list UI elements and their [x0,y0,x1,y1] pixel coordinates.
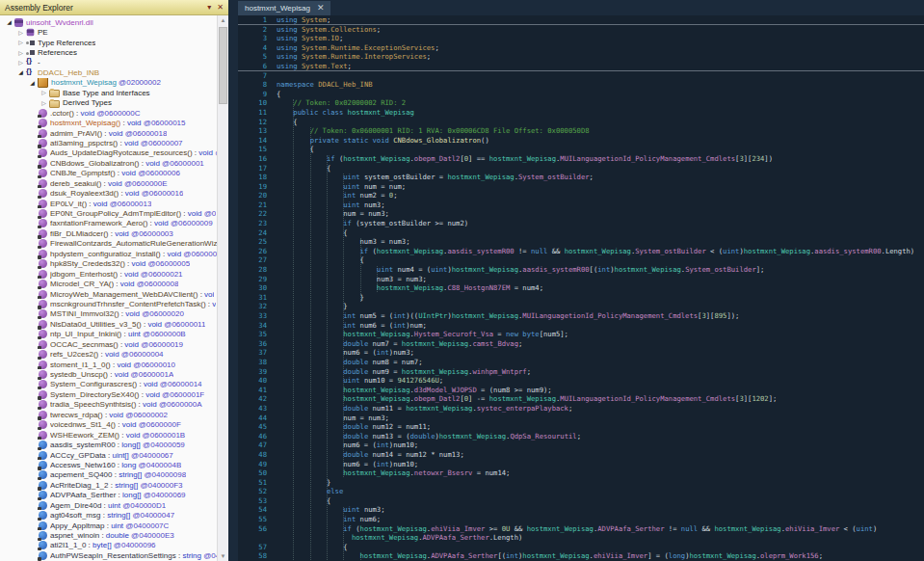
tree-item[interactable]: ati3aming_pspctrs() : void @06000007 [0,138,228,147]
tree-item[interactable]: refs_U2ces2() : void @06000004 [0,349,228,359]
tree-item[interactable]: AcRriteDiag_1_2 : string[] @040000F3 [0,480,228,490]
expand-icon[interactable]: ▷ [15,48,26,58]
scrollbar-thumb[interactable] [219,27,227,104]
expand-icon[interactable]: ▷ [39,88,49,97]
tree-item[interactable]: ntp_UI_Input_Inkini() : uint @0600000B [0,330,228,339]
tree-item[interactable]: fiBr_DLMiadcer() : void @06000003 [0,228,228,238]
expand-icon[interactable]: ▷ [15,58,26,67]
tree-item[interactable]: ▷- [0,58,228,67]
tree-item[interactable]: Agem_Dire40d : uint @040000D1 [0,500,228,510]
method-icon [39,300,47,308]
tree-item[interactable]: admim_PrAVI() : void @06000018 [0,128,228,138]
tree-item[interactable]: dsuk_Royaleext3d() : void @06000016 [0,188,228,198]
tree-item[interactable]: stoment_I1_1_0() : void @06000010 [0,360,228,369]
code-line: 43 double num11 = hostmxnt_Wepisag.syste… [238,404,924,414]
tab-hostmxnt-wepisag[interactable]: hostmxnt_Wepisag ✕ [238,1,330,15]
tree-item[interactable]: MSTINI_Immvol32() : void @06000020 [0,309,228,319]
tree-item[interactable]: ▷Type References [0,38,228,47]
tree-item[interactable]: jdbgom_Enterhost() : void @06000021 [0,269,228,279]
tree-item-label: dereb_seakui() : void @0600000E [50,179,168,188]
collapse-icon[interactable]: ◢ [27,78,38,88]
tree-item[interactable]: acpement_SQ400 : string[] @04000098 [0,470,228,480]
tree-item[interactable]: Microdel_CR_YA() : void @06000008 [0,279,228,288]
code-text: uint num3; [277,505,385,515]
tree-item[interactable]: twrecws_rdpa() : void @06000002 [0,410,228,419]
method-icon [39,148,47,157]
tree-item[interactable]: dereb_seakui() : void @0600000E [0,178,228,188]
line-number: 8 [238,80,277,90]
tab-close-icon[interactable]: ✕ [317,4,325,13]
code-view[interactable]: 1using System;2using System.Collections;… [238,15,924,561]
tree-item[interactable]: ◢DDACL_Heb_INB [0,67,228,77]
tree-item[interactable]: systedb_Unscp() : void @0600001A [0,369,228,379]
code-line: 54 uint num3; [238,505,924,515]
code-line: 42 hostmxnt_Wepisag.obepm_Datl2[0] -= ho… [238,394,924,404]
window-position-icon[interactable]: ▾ [207,4,211,12]
panel-titlebar[interactable]: Assembly Explorer ▾ ✕ [0,0,228,15]
tree-item[interactable]: AuthPWSeapIn_ResentationSettings : strin… [0,550,228,560]
close-icon[interactable]: ✕ [217,4,224,12]
code-text: using System; [277,15,330,25]
expand-icon[interactable]: ▷ [15,38,26,47]
line-number: 55 [238,515,277,524]
tree-item[interactable]: Appy_Appltmap : uint @0400007C [0,521,228,530]
code-text: { [277,145,314,154]
tree-item[interactable]: ◢hostmxnt_Wepisag @02000002 [0,78,228,88]
tree-item[interactable]: .cctor() : void @0600000C [0,108,228,118]
code-text: int num2 = 0; [277,191,398,200]
tree-item[interactable]: ▷Derived Types [0,98,228,108]
method-icon [39,179,47,188]
tree-item[interactable]: agt04soft_msg : string[] @04000047 [0,510,228,520]
tree-item[interactable]: voicednws_St1_4() : void @0600000F [0,420,228,430]
tree-item[interactable]: MicroyWeb_Management_WebDAVClient() : vo… [0,289,228,299]
tree-item[interactable]: CNBdows_Globalizatron() : void @06000001 [0,158,228,168]
scroll-up-icon[interactable]: ▲ [221,15,226,25]
tree-item[interactable]: ◢uinsoht_Wvdenrl.dll [0,17,228,27]
tree-item[interactable]: ati2I1_1_0 : byte[] @04000096 [0,541,228,550]
tree-item[interactable]: hpdystem_configuratioz_install() : void … [0,249,228,258]
panel-splitter[interactable] [228,0,238,561]
line-number: 30 [238,283,277,293]
tree-item[interactable]: Auds_UpdateDiagRyotcause_resources() : v… [0,148,228,158]
tree-item[interactable]: hostmxnt_Wepisag() : void @06000015 [0,118,228,127]
tree-item[interactable]: tradia_SpeechSynthtsis() : void @0600000… [0,400,228,410]
collapse-icon[interactable]: ◢ [15,67,26,77]
tree-item[interactable]: Accesws_Netw160 : long @0400004B [0,460,228,469]
tree-item[interactable]: hpk8Sty_Crededs32() : void @06000005 [0,259,228,269]
tree-item-label: faxntationFramework_Aero() : void @06000… [50,219,213,227]
tree-item[interactable]: OCCAC_secnmas() : void @06000019 [0,339,228,349]
tree-item[interactable]: ACCcy_GPData : uint[] @04000067 [0,450,228,460]
tree-item-label: Agem_Dire40d : uint @040000D1 [50,501,166,510]
tree-item[interactable]: faxntationFramework_Aero() : void @06000… [0,219,228,228]
assembly-tree[interactable]: ◢uinsoht_Wvdenrl.dll▷PE▷Type References▷… [0,15,228,561]
code-line: 31 } [238,293,924,303]
tree-item[interactable]: ▷References [0,47,228,57]
expand-icon[interactable]: ▷ [39,98,49,108]
tree-item[interactable]: aspnet_winoin : double @040000E3 [0,530,228,540]
line-number: 20 [238,191,277,200]
tree-item[interactable]: NlsData0d_Utilities_v3_5() : void @06000… [0,319,228,329]
tree-item[interactable]: CNBJte_Gpmptsf() : void @06000006 [0,169,228,178]
namespace-icon [26,58,35,67]
tree-item[interactable]: aasdis_systemR00 : long[] @04000059 [0,440,228,449]
tree-item[interactable]: System_DirectorySeX40() : void @0600001F [0,389,228,399]
tree-item-label: ati3aming_pspctrs() : void @06000007 [50,139,183,147]
code-text: { [277,543,348,552]
tree-item[interactable]: FirewallContzards_AutomaticRuleGeneratio… [0,239,228,249]
tree-item[interactable]: System_Configurascres() : void @06000014 [0,380,228,389]
method-icon [39,400,47,409]
line-number: 14 [238,136,277,146]
code-line: 57 { [238,543,924,552]
tree-item[interactable]: WSHEework_ZEM() : void @0600001B [0,430,228,440]
collapse-icon[interactable]: ◢ [4,17,14,27]
expand-icon[interactable]: ▷ [15,28,26,38]
code-text: uint num4 = (uint)hostmxnt_Wepisag.aasdi… [277,265,764,275]
tree-item[interactable]: mscnkgroundTrhnsfer_ContentPrefetchTask(… [0,299,228,308]
tree-scrollbar[interactable]: ▲ ▼ [217,15,228,561]
tree-item[interactable]: ▷Base Type and Interfaces [0,88,228,97]
scroll-down-icon[interactable]: ▼ [221,551,226,561]
tree-item[interactable]: EP0Nt_GroupPolicy_AdmTmplEditor() : void… [0,208,228,218]
tree-item[interactable]: ▷PE [0,27,228,37]
tree-item[interactable]: EP0LV_it() : void @06000013 [0,199,228,208]
tree-item[interactable]: ADVPAafa_Serther : long[] @04000069 [0,491,228,500]
